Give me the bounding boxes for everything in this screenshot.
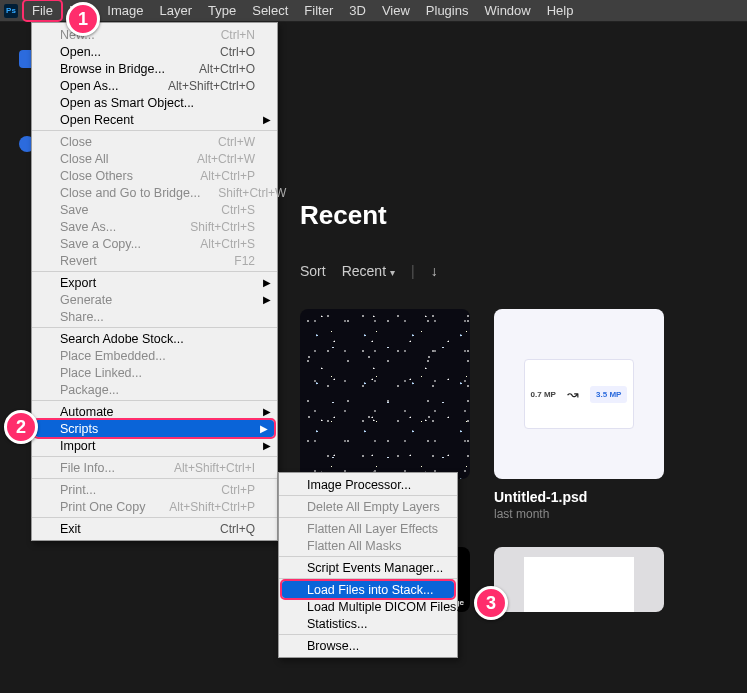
menu-view[interactable]: View: [374, 1, 418, 20]
card-subtitle: last month: [494, 507, 664, 521]
thumbnail-space: [300, 309, 470, 479]
scripts-menu-item-load-multiple-dicom-files[interactable]: Load Multiple DICOM Files...: [279, 598, 457, 615]
menu-plugins[interactable]: Plugins: [418, 1, 477, 20]
doc-mp-before: 0.7 MP: [531, 390, 556, 399]
file-menu-item-print: Print...Ctrl+P: [32, 481, 277, 498]
scripts-menu-item-delete-all-empty-layers: Delete All Empty Layers: [279, 498, 457, 515]
doc-mp-after: 3.5 MP: [590, 386, 627, 403]
file-menu-item-open[interactable]: Open...Ctrl+O: [32, 43, 277, 60]
scripts-menu-item-load-files-into-stack[interactable]: Load Files into Stack...: [282, 581, 454, 598]
ps-logo: Ps: [4, 4, 18, 18]
submenu-arrow-icon: ▶: [263, 277, 271, 288]
scripts-menu-item-flatten-all-masks: Flatten All Masks: [279, 537, 457, 554]
file-menu-item-open-recent[interactable]: Open Recent▶: [32, 111, 277, 128]
submenu-arrow-icon: ▶: [263, 440, 271, 451]
scripts-menu-item-flatten-all-layer-effects: Flatten All Layer Effects: [279, 520, 457, 537]
file-menu-item-save-a-copy: Save a Copy...Alt+Ctrl+S: [32, 235, 277, 252]
file-menu-item-place-embedded: Place Embedded...: [32, 347, 277, 364]
menu-layer[interactable]: Layer: [152, 1, 201, 20]
recent-card[interactable]: 0.7 MP ↝ 3.5 MP Untitled-1.psd last mont…: [494, 309, 664, 521]
submenu-arrow-icon: ▶: [260, 423, 268, 434]
sort-dropdown[interactable]: Recent: [342, 263, 395, 279]
file-menu-item-save: SaveCtrl+S: [32, 201, 277, 218]
submenu-arrow-icon: ▶: [263, 114, 271, 125]
file-menu-item-automate[interactable]: Automate▶: [32, 403, 277, 420]
file-menu-item-place-linked: Place Linked...: [32, 364, 277, 381]
file-menu-item-open-as-smart-object[interactable]: Open as Smart Object...: [32, 94, 277, 111]
submenu-arrow-icon: ▶: [263, 294, 271, 305]
file-menu-item-close: CloseCtrl+W: [32, 133, 277, 150]
sort-direction-icon[interactable]: ↓: [431, 263, 438, 279]
scripts-menu-item-script-events-manager[interactable]: Script Events Manager...: [279, 559, 457, 576]
file-menu: New...Ctrl+NOpen...Ctrl+OBrowse in Bridg…: [31, 22, 278, 541]
menu-file[interactable]: File: [24, 1, 61, 20]
scripts-submenu: Image Processor...Delete All Empty Layer…: [278, 472, 458, 658]
file-menu-item-close-others: Close OthersAlt+Ctrl+P: [32, 167, 277, 184]
file-menu-item-revert: RevertF12: [32, 252, 277, 269]
menu-select[interactable]: Select: [244, 1, 296, 20]
menu-window[interactable]: Window: [476, 1, 538, 20]
menubar: Ps FileEditImageLayerTypeSelectFilter3DV…: [0, 0, 747, 22]
file-menu-item-share: Share...: [32, 308, 277, 325]
file-menu-item-search-adobe-stock[interactable]: Search Adobe Stock...: [32, 330, 277, 347]
menu-filter[interactable]: Filter: [296, 1, 341, 20]
callout-badge-3: 3: [474, 586, 508, 620]
file-menu-item-import[interactable]: Import▶: [32, 437, 277, 454]
file-menu-item-print-one-copy: Print One CopyAlt+Shift+Ctrl+P: [32, 498, 277, 515]
file-menu-item-close-and-go-to-bridge: Close and Go to Bridge...Shift+Ctrl+W: [32, 184, 277, 201]
file-menu-item-file-info: File Info...Alt+Shift+Ctrl+I: [32, 459, 277, 476]
card-title: Untitled-1.psd: [494, 489, 664, 505]
thumbnail-doc: 0.7 MP ↝ 3.5 MP: [494, 309, 664, 479]
scripts-menu-item-image-processor[interactable]: Image Processor...: [279, 476, 457, 493]
file-menu-item-package: Package...: [32, 381, 277, 398]
scripts-menu-item-statistics[interactable]: Statistics...: [279, 615, 457, 632]
callout-badge-2: 2: [4, 410, 38, 444]
menu-type[interactable]: Type: [200, 1, 244, 20]
sort-label: Sort: [300, 263, 326, 279]
file-menu-item-generate: Generate▶: [32, 291, 277, 308]
callout-badge-1: 1: [66, 2, 100, 36]
file-menu-item-save-as: Save As...Shift+Ctrl+S: [32, 218, 277, 235]
file-menu-item-open-as[interactable]: Open As...Alt+Shift+Ctrl+O: [32, 77, 277, 94]
file-menu-item-scripts[interactable]: Scripts▶: [35, 420, 274, 437]
recent-card[interactable]: [494, 547, 664, 612]
menu-image[interactable]: Image: [99, 1, 151, 20]
arrow-icon: ↝: [567, 386, 579, 402]
scripts-menu-item-browse[interactable]: Browse...: [279, 637, 457, 654]
file-menu-item-exit[interactable]: ExitCtrl+Q: [32, 520, 277, 537]
file-menu-item-close-all: Close AllAlt+Ctrl+W: [32, 150, 277, 167]
menu-help[interactable]: Help: [539, 1, 582, 20]
page-title: Recent: [300, 200, 737, 231]
submenu-arrow-icon: ▶: [263, 406, 271, 417]
file-menu-item-export[interactable]: Export▶: [32, 274, 277, 291]
menu-3d[interactable]: 3D: [341, 1, 374, 20]
file-menu-item-browse-in-bridge[interactable]: Browse in Bridge...Alt+Ctrl+O: [32, 60, 277, 77]
